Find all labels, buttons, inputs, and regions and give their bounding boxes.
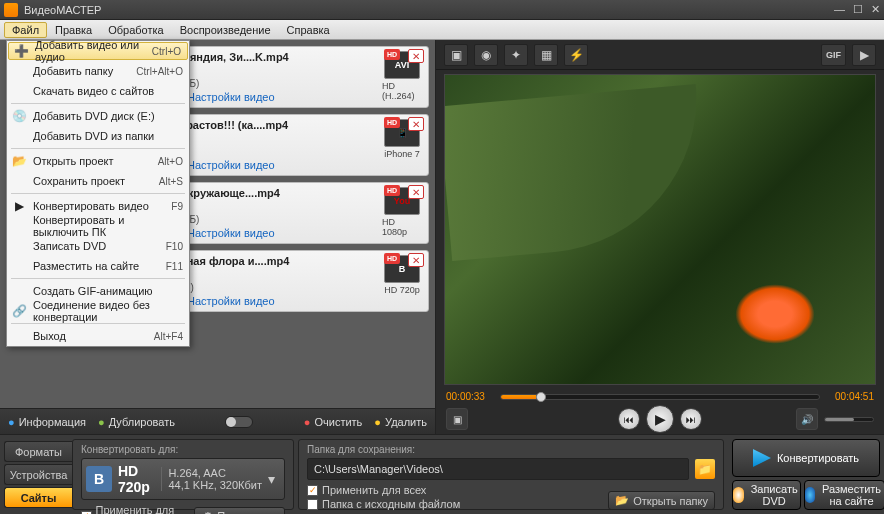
parameters-button[interactable]: ⚙Параметры — [194, 507, 285, 515]
browse-folder-icon[interactable]: 📁 — [695, 459, 715, 479]
menu-item-icon: ▶ — [11, 198, 27, 214]
menu-process[interactable]: Обработка — [100, 22, 171, 38]
convert-button[interactable]: Конвертировать — [732, 439, 880, 477]
file-menu-dropdown: ➕Добавить видео или аудиоCtrl+OДобавить … — [6, 40, 190, 347]
menu-item-icon: ➕ — [13, 43, 29, 59]
apply-all-format-checkbox[interactable]: ✓Применить для всех — [81, 504, 194, 514]
rotate-icon[interactable]: ◉ — [474, 44, 498, 66]
menu-item-icon: 💿 — [11, 108, 27, 124]
gif-button[interactable]: GIF — [821, 44, 846, 66]
volume-icon[interactable]: 🔊 — [796, 408, 818, 430]
menu-item[interactable]: Записать DVDF10 — [7, 236, 189, 256]
menu-item-icon — [11, 258, 27, 274]
delete-button[interactable]: ●Удалить — [374, 416, 427, 428]
hd-badge: HD — [384, 253, 400, 264]
settings-link[interactable]: Настройки видео — [177, 227, 274, 239]
output-path-field[interactable]: C:\Users\Manager\Videos\ — [307, 458, 689, 480]
format-section: Конвертировать для: В HD 720p H.264, AAC… — [72, 439, 294, 510]
upload-button[interactable]: Разместить на сайте — [804, 480, 884, 510]
menu-item[interactable]: Создать GIF-анимацию — [7, 281, 189, 301]
menu-item[interactable]: Скачать видео с сайтов — [7, 81, 189, 101]
tab-formats[interactable]: Форматы — [4, 441, 72, 462]
menu-item-icon — [11, 238, 27, 254]
folder-icon: 📂 — [615, 494, 629, 507]
app-logo-icon — [4, 3, 18, 17]
remove-file-icon[interactable]: ✕ — [408, 185, 424, 199]
menu-item-icon — [11, 128, 27, 144]
list-toolbar: ●Информация ●Дублировать ●Очистить ●Удал… — [0, 408, 435, 434]
menu-item-icon: 🔗 — [11, 303, 27, 319]
menu-item[interactable]: 📂Открыть проектAlt+O — [7, 151, 189, 171]
settings-link[interactable]: Настройки видео — [177, 295, 274, 307]
menu-item-icon — [11, 283, 27, 299]
menu-item-icon — [11, 173, 27, 189]
apply-all-folder-checkbox[interactable]: ✓Применить для всех — [307, 484, 460, 496]
menu-item-icon — [11, 63, 27, 79]
hd-badge: HD — [384, 49, 400, 60]
crop-icon[interactable]: ▣ — [444, 44, 468, 66]
menu-item[interactable]: Добавить DVD из папки — [7, 126, 189, 146]
text-icon[interactable]: ▦ — [534, 44, 558, 66]
burn-dvd-button[interactable]: Записать DVD — [732, 480, 801, 510]
menu-item[interactable]: 🔗Соединение видео без конвертации — [7, 301, 189, 321]
menu-item[interactable]: ➕Добавить видео или аудиоCtrl+O — [8, 42, 188, 60]
play-button[interactable]: ▶ — [646, 405, 674, 433]
seek-bar[interactable] — [500, 394, 820, 400]
menu-item[interactable]: Разместить на сайтеF11 — [7, 256, 189, 276]
tab-devices[interactable]: Устройства — [4, 464, 72, 485]
settings-link[interactable]: Настройки видео — [177, 91, 274, 103]
preview-toolbar: ▣ ◉ ✦ ▦ ⚡ GIF ▶ — [436, 40, 884, 70]
menu-help[interactable]: Справка — [279, 22, 338, 38]
effects-icon[interactable]: ✦ — [504, 44, 528, 66]
gear-icon: ⚙ — [203, 510, 213, 515]
preview-pane: ▣ ◉ ✦ ▦ ⚡ GIF ▶ 00:00:33 00:04:51 ▣ ⏮ ▶ … — [436, 40, 884, 434]
video-preview[interactable] — [444, 74, 876, 385]
open-folder-button[interactable]: 📂Открыть папку — [608, 491, 715, 510]
maximize-button[interactable]: ☐ — [853, 3, 863, 16]
menu-file[interactable]: Файл — [4, 22, 47, 38]
menu-item-icon — [11, 218, 27, 234]
remove-file-icon[interactable]: ✕ — [408, 253, 424, 267]
volume-slider[interactable] — [824, 417, 874, 422]
menu-item-icon — [11, 83, 27, 99]
time-current: 00:00:33 — [446, 391, 492, 402]
remove-file-icon[interactable]: ✕ — [408, 117, 424, 131]
menu-item-icon: 📂 — [11, 153, 27, 169]
source-folder-checkbox[interactable]: Папка с исходным файлом — [307, 498, 460, 510]
menu-item-icon — [11, 328, 27, 344]
duplicate-button[interactable]: ●Дублировать — [98, 416, 175, 428]
remove-file-icon[interactable]: ✕ — [408, 49, 424, 63]
titlebar: ВидеоМАСТЕР — ☐ ✕ — [0, 0, 884, 20]
menu-item[interactable]: Добавить папкуCtrl+Alt+O — [7, 61, 189, 81]
minimize-button[interactable]: — — [834, 3, 845, 16]
disc-icon — [733, 487, 744, 503]
bottom-panel: Форматы Устройства Сайты Конвертировать … — [0, 434, 884, 514]
screenshot-icon[interactable]: ▶ — [852, 44, 876, 66]
tab-sites[interactable]: Сайты — [4, 487, 72, 508]
menu-playback[interactable]: Воспроизведение — [172, 22, 279, 38]
format-preset[interactable]: В HD 720p H.264, AAC44,1 KHz, 320Кбит ▾ — [81, 458, 285, 500]
menu-item[interactable]: ВыходAlt+F4 — [7, 326, 189, 346]
chevron-down-icon[interactable]: ▾ — [268, 471, 280, 487]
menu-item[interactable]: ▶Конвертировать видеоF9 — [7, 196, 189, 216]
info-button[interactable]: ●Информация — [8, 416, 86, 428]
menu-item[interactable]: 💿Добавить DVD диск (E:) — [7, 106, 189, 126]
view-toggle[interactable] — [225, 416, 253, 428]
clear-button[interactable]: ●Очистить — [304, 416, 363, 428]
menu-item[interactable]: Сохранить проектAlt+S — [7, 171, 189, 191]
hd-badge: HD — [384, 185, 400, 196]
vk-icon: В — [86, 466, 112, 492]
menu-item[interactable]: Конвертировать и выключить ПК — [7, 216, 189, 236]
snapshot-icon[interactable]: ▣ — [446, 408, 468, 430]
settings-link[interactable]: Настройки видео — [177, 159, 274, 171]
play-icon — [753, 449, 771, 467]
speed-icon[interactable]: ⚡ — [564, 44, 588, 66]
menu-edit[interactable]: Правка — [47, 22, 100, 38]
globe-icon — [805, 487, 815, 503]
time-total: 00:04:51 — [828, 391, 874, 402]
close-button[interactable]: ✕ — [871, 3, 880, 16]
prev-button[interactable]: ⏮ — [618, 408, 640, 430]
next-button[interactable]: ⏭ — [680, 408, 702, 430]
app-title: ВидеоМАСТЕР — [24, 4, 834, 16]
menubar: Файл Правка Обработка Воспроизведение Сп… — [0, 20, 884, 40]
